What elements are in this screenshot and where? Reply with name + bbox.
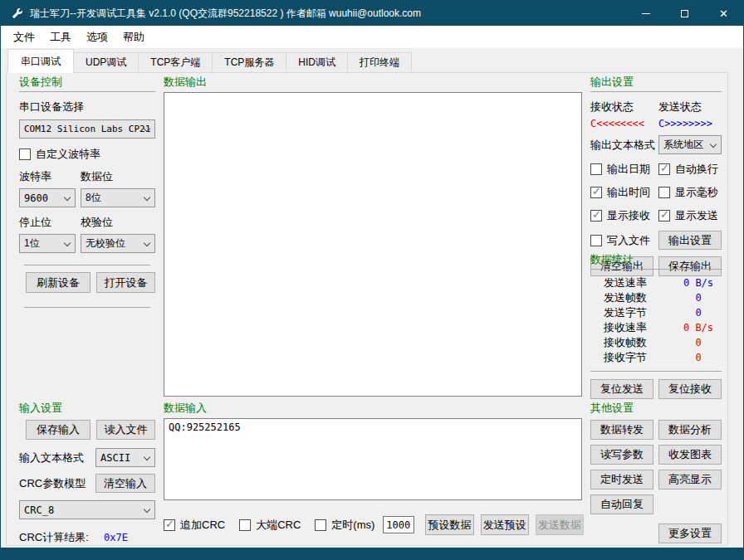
checkbox-box: ✓ — [19, 149, 31, 160]
stat-row-recv-bytes: 接收字节 0 — [590, 350, 722, 365]
tab-hid-debug[interactable]: HID调试 — [286, 52, 348, 73]
output-settings-button[interactable]: 输出设置 — [658, 231, 722, 250]
checkbox-box: ✓ — [590, 163, 602, 175]
data-input-textarea[interactable]: QQ:925252165 — [164, 418, 582, 500]
send-status-label: 发送状态 — [658, 100, 702, 114]
chevron-down-icon — [144, 454, 150, 460]
big-endian-crc-checkbox[interactable]: ✓ 大端CRC — [239, 518, 301, 533]
menu-help[interactable]: 帮助 — [115, 27, 152, 48]
output-time-checkbox[interactable]: ✓ 输出时间 — [590, 185, 658, 200]
device-control-title: 设备控制 — [19, 75, 155, 88]
input-format-select[interactable]: ASCII — [95, 448, 155, 467]
data-analysis-button[interactable]: 数据分析 — [658, 420, 722, 440]
open-device-button[interactable]: 打开设备 — [96, 272, 155, 293]
checkbox-box: ✓ — [590, 235, 602, 246]
send-preset-button[interactable]: 发送预设 — [481, 514, 529, 535]
data-bits-select[interactable]: 8位 — [81, 188, 155, 207]
output-format-value: 系统地区 — [663, 138, 703, 152]
checkbox-box: ✓ — [590, 187, 602, 198]
serial-port-select[interactable]: COM12 Silicon Labs CP21 — [19, 119, 155, 139]
tab-serial-debug[interactable]: 串口调试 — [7, 49, 74, 73]
chevron-down-icon — [710, 141, 717, 148]
data-output-textarea[interactable] — [164, 92, 582, 397]
chevron-down-icon — [144, 240, 150, 246]
stop-bits-value: 1位 — [24, 236, 40, 251]
parity-label: 校验位 — [81, 215, 113, 230]
data-input-panel: 数据输入 QQ:925252165 ✓ 追加CRC ✓ 大端CRC ✓ 定时(m… — [164, 401, 584, 535]
reset-recv-button[interactable]: 复位接收 — [658, 379, 722, 399]
minimize-button[interactable] — [626, 1, 665, 26]
preset-data-button[interactable]: 预设数据 — [425, 514, 473, 535]
custom-baud-checkbox[interactable]: ✓ 自定义波特率 — [19, 147, 155, 162]
tab-udp-debug[interactable]: UDP调试 — [73, 52, 139, 73]
show-ms-checkbox[interactable]: ✓ 显示毫秒 — [658, 185, 718, 200]
tab-tcp-server[interactable]: TCP服务器 — [212, 52, 286, 73]
show-send-checkbox[interactable]: ✓ 显示发送 — [658, 208, 718, 223]
parity-select[interactable]: 无校验位 — [81, 234, 155, 253]
checkbox-box: ✓ — [315, 519, 326, 531]
stat-row-send-bytes: 发送字节 0 — [590, 305, 722, 320]
stat-row-send-frames: 发送帧数 0 — [590, 290, 722, 305]
output-format-select[interactable]: 系统地区 — [658, 135, 722, 154]
load-file-button[interactable]: 读入文件 — [96, 420, 155, 440]
show-recv-checkbox[interactable]: ✓ 显示接收 — [590, 208, 658, 223]
output-date-label: 输出日期 — [607, 162, 650, 177]
recv-status-label: 接收状态 — [590, 100, 658, 114]
wrench-app-icon — [11, 7, 23, 20]
output-time-label: 输出时间 — [607, 185, 650, 200]
stop-bits-select[interactable]: 1位 — [19, 234, 76, 253]
timer-send-label: 定时(ms) — [331, 518, 374, 533]
recv-status-value: C<<<<<<<< — [590, 118, 658, 129]
auto-wrap-label: 自动换行 — [675, 162, 718, 177]
menu-file[interactable]: 文件 — [6, 27, 42, 48]
data-bits-value: 8位 — [86, 191, 101, 205]
title-bar: 瑞士军刀--开发调试工具集 v2.1.0 (QQ交流群952218522 ) 作… — [1, 1, 743, 26]
timed-send-button[interactable]: 定时发送 — [590, 470, 653, 489]
maximize-button[interactable] — [665, 1, 704, 26]
tab-strip: 串口调试 UDP调试 TCP客户端 TCP服务器 HID调试 打印终端 — [7, 49, 412, 73]
clear-input-button[interactable]: 清空输入 — [95, 474, 155, 493]
checkbox-box: ✓ — [658, 187, 670, 198]
stat-row-send-rate: 发送速率 0 B/s — [590, 275, 722, 290]
timer-send-checkbox[interactable]: ✓ 定时(ms) — [315, 518, 374, 533]
auto-wrap-checkbox[interactable]: ✓ 自动换行 — [658, 162, 718, 177]
save-input-button[interactable]: 保存输入 — [26, 420, 91, 440]
baud-rate-select[interactable]: 9600 — [19, 188, 76, 207]
checkbox-box: ✓ — [658, 163, 670, 175]
data-forward-button[interactable]: 数据转发 — [590, 420, 653, 440]
more-settings-button[interactable]: 更多设置 — [658, 523, 722, 543]
big-endian-crc-label: 大端CRC — [256, 518, 301, 533]
write-file-checkbox[interactable]: ✓ 写入文件 — [590, 233, 658, 248]
data-output-panel: 数据输出 — [164, 75, 582, 397]
stop-bits-label: 停止位 — [19, 215, 81, 230]
data-input-title: 数据输入 — [164, 401, 584, 414]
append-crc-checkbox[interactable]: ✓ 追加CRC — [164, 518, 225, 533]
input-settings-title: 输入设置 — [19, 401, 155, 414]
output-settings-title: 输出设置 — [590, 75, 722, 88]
tab-print-terminal[interactable]: 打印终端 — [347, 52, 412, 73]
other-settings-title: 其他设置 — [590, 401, 722, 414]
close-icon: ✕ — [719, 8, 728, 19]
parity-value: 无校验位 — [86, 236, 125, 251]
highlight-button[interactable]: 高亮显示 — [658, 470, 722, 489]
tab-tcp-client[interactable]: TCP客户端 — [138, 52, 213, 73]
window-title: 瑞士军刀--开发调试工具集 v2.1.0 (QQ交流群952218522 ) 作… — [30, 7, 421, 21]
crc-model-label: CRC参数模型 — [19, 476, 95, 491]
output-format-label: 输出文本格式 — [590, 138, 658, 153]
reset-send-button[interactable]: 复位发送 — [590, 379, 653, 399]
crc-model-select[interactable]: CRC_8 — [19, 500, 155, 519]
write-file-label: 写入文件 — [607, 233, 650, 248]
menu-options[interactable]: 选项 — [79, 27, 115, 48]
refresh-devices-button[interactable]: 刷新设备 — [26, 272, 91, 293]
tx-rx-chart-button[interactable]: 收发图表 — [658, 445, 722, 465]
close-button[interactable]: ✕ — [704, 1, 743, 26]
send-data-button[interactable]: 发送数据 — [536, 514, 584, 535]
other-settings-panel: 其他设置 数据转发 数据分析 读写参数 收发图表 定时发送 高亮显示 自动回复 … — [590, 401, 722, 543]
auto-reply-button[interactable]: 自动回复 — [590, 494, 653, 514]
menu-tools[interactable]: 工具 — [42, 27, 79, 48]
output-date-checkbox[interactable]: ✓ 输出日期 — [590, 162, 658, 177]
timer-interval-input[interactable] — [383, 516, 414, 533]
input-format-value: ASCII — [100, 452, 130, 464]
data-bits-label: 数据位 — [81, 169, 113, 184]
read-write-params-button[interactable]: 读写参数 — [590, 445, 653, 465]
